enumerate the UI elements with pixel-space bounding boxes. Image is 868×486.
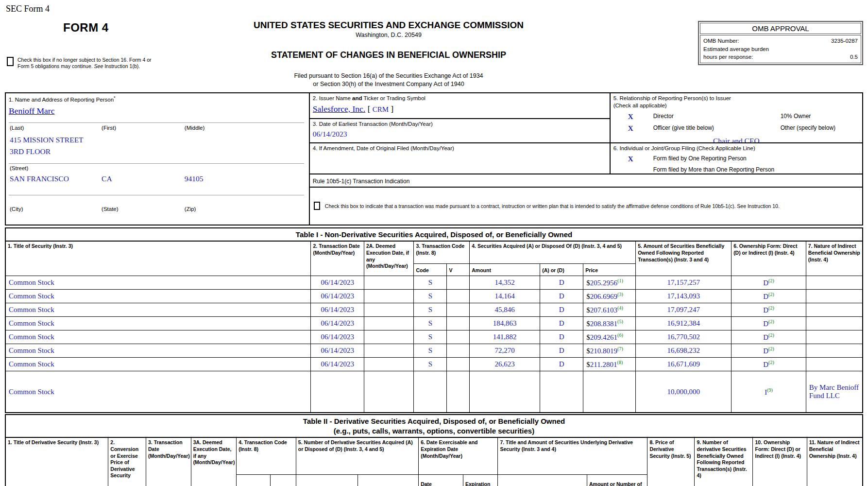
earliest-transaction-date: 06/14/2023 (313, 130, 607, 139)
rule-10b5-checkbox[interactable] (314, 202, 320, 210)
acquired-disposed-cell: D (540, 289, 583, 303)
section16-checkbox-row: Check this box if no longer subject to S… (7, 57, 209, 69)
one-person-checkmark: X (628, 155, 653, 163)
deemed-execution-date-cell (364, 344, 414, 357)
t2-col-number-derivative: 5. Number of Derivative Securities Acqui… (296, 437, 418, 474)
city-value: SAN FRANCISCO (10, 174, 102, 183)
statement-title: STATEMENT OF CHANGES IN BENEFICIAL OWNER… (209, 50, 568, 60)
amendment-cell: 4. If Amendment, Date of Original Filed … (310, 143, 611, 174)
officer-checkmark: X (628, 124, 653, 133)
t2-subcol-amount-shares: Amount or Number of Shares (587, 474, 647, 486)
price-cell: $208.8381(5) (583, 316, 636, 330)
rule-10b5-title: Rule 10b5-1(c) Transaction Indication (313, 178, 859, 185)
table1-row: Common Stock10,000,000I(9)By Marc Beniof… (5, 371, 863, 413)
v-cell (447, 357, 470, 371)
reporting-person-link[interactable]: Benioff Marc (9, 106, 54, 116)
divider (9, 163, 304, 164)
t2-col-deemed-execution-date: 3A. Deemed Execution Date, if any (Month… (191, 437, 237, 486)
t2-col-ownership-form: 10. Ownership Form: Direct (D) or Indire… (753, 437, 807, 486)
t2-col-conversion-price: 2. Conversion or Exercise Price of Deriv… (108, 437, 146, 486)
deemed-execution-date-cell (364, 357, 414, 371)
t2-subcol-v: V (270, 474, 296, 486)
reporting-person-cell: 1. Name and Address of Reporting Person*… (6, 93, 310, 225)
t1-col-title-of-security: 1. Title of Security (Instr. 3) (5, 241, 311, 276)
reporting-person-label: 1. Name and Address of Reporting Person* (9, 95, 306, 104)
ticker-symbol: CRM (373, 105, 389, 113)
t2-col-title-derivative: 1. Title of Derivative Security (Instr. … (5, 437, 108, 486)
t2-col-transaction-date: 3. Transaction Date (Month/Day/Year) (146, 437, 191, 486)
v-cell (447, 330, 470, 344)
amount-cell: 72,270 (470, 344, 540, 357)
form4-page: SEC Form 4 FORM 4 Check this box if no l… (0, 0, 868, 486)
security-title-cell: Common Stock (5, 316, 311, 330)
t2-subcol-a: (A) (296, 474, 357, 486)
transaction-code-cell (414, 371, 447, 413)
section16-checkbox[interactable] (7, 57, 14, 66)
omb-number-value: 3235-0287 (831, 37, 858, 45)
street-address-1: 415 MISSION STREET (9, 136, 306, 144)
transaction-date-cell: 06/14/2023 (311, 344, 364, 357)
relationship-row-1: X Director 10% Owner (613, 113, 859, 121)
table1-row: Common Stock06/14/2023S141,882D$209.4261… (5, 330, 863, 344)
t1-col-securities-acquired: 4. Securities Acquired (A) or Disposed O… (470, 241, 636, 263)
header-center: UNITED STATES SECURITIES AND EXCHANGE CO… (209, 14, 568, 88)
price-cell: $207.6103(4) (583, 303, 636, 316)
filed-pursuant-text: Filed pursuant to Section 16(a) of the S… (209, 72, 568, 88)
security-title-cell: Common Stock (5, 344, 311, 357)
v-cell (447, 316, 470, 330)
transaction-code-cell: S (414, 303, 447, 316)
issuer-link[interactable]: Salesforce, Inc. (313, 104, 365, 114)
table1-row: Common Stock06/14/2023S26,623D$211.2801(… (5, 357, 863, 371)
shares-owned-cell: 16,912,384 (636, 316, 732, 330)
zip-value: 94105 (185, 174, 306, 183)
issuer-cell: 2. Issuer Name and Ticker or Trading Sym… (310, 93, 611, 119)
relationship-row-2: X Officer (give title below) Other (spec… (613, 124, 859, 133)
amendment-label: 4. If Amendment, Date of Original Filed … (313, 145, 607, 152)
t2-subcol-title: Title (498, 474, 587, 486)
amount-cell: 45,846 (470, 303, 540, 316)
agency-title: UNITED STATES SECURITIES AND EXCHANGE CO… (209, 20, 568, 31)
shares-owned-cell: 17,157,257 (636, 276, 732, 289)
table2-derivative: 1. Title of Derivative Security (Instr. … (5, 437, 863, 486)
t2-col-date-exercisable-expiration: 6. Date Exercisable and Expiration Date … (419, 437, 498, 474)
indirect-nature-cell (806, 330, 863, 344)
deemed-execution-date-cell (364, 303, 414, 316)
table1-row: Common Stock06/14/2023S184,863D$208.8381… (5, 316, 863, 330)
transaction-code-cell: S (414, 330, 447, 344)
indirect-nature-cell (806, 303, 863, 316)
acquired-disposed-cell: D (540, 303, 583, 316)
security-title-cell: Common Stock (5, 303, 311, 316)
t2-col-price-derivative: 8. Price of Derivative Security (Instr. … (647, 437, 695, 486)
sec-form-label: SEC Form 4 (6, 4, 863, 14)
relationship-label: 5. Relationship of Reporting Person(s) t… (613, 95, 859, 109)
omb-burden-label: Estimated average burden (703, 45, 769, 53)
ownership-form-cell: D(2) (732, 344, 806, 357)
acquired-disposed-cell: D (540, 357, 583, 371)
acquired-disposed-cell (540, 371, 583, 413)
transaction-date-cell: 06/14/2023 (311, 276, 364, 289)
t2-subcol-expiration-date: Expiration Date (463, 474, 497, 486)
deemed-execution-date-cell (364, 316, 414, 330)
indirect-nature-cell (806, 316, 863, 330)
section16-checkbox-label: Check this box if no longer subject to S… (17, 57, 158, 69)
ownership-form-cell: D(2) (732, 316, 806, 330)
v-cell (447, 276, 470, 289)
t1-subcol-code: Code (414, 263, 447, 276)
t1-subcol-v: V (447, 263, 470, 276)
indirect-nature-cell: By Marc Benioff Fund LLC (806, 371, 863, 413)
price-cell (583, 371, 636, 413)
transaction-date-cell: 06/14/2023 (311, 289, 364, 303)
acquired-disposed-cell: D (540, 316, 583, 330)
transaction-code-cell: S (414, 276, 447, 289)
form-title: FORM 4 (63, 21, 209, 35)
amount-cell: 141,882 (470, 330, 540, 344)
ownership-form-cell: D(2) (732, 330, 806, 344)
table1-row: Common Stock06/14/2023S14,352D$205.2956(… (5, 276, 863, 289)
filing-type-cell: 6. Individual or Joint/Group Filing (Che… (611, 143, 862, 174)
t1-col-ownership-form: 6. Ownership Form: Direct (D) or Indirec… (732, 241, 806, 276)
table1-non-derivative: 1. Title of Security (Instr. 3) 2. Trans… (5, 241, 863, 413)
indirect-nature-cell (806, 357, 863, 371)
city-field-labels: (City) (State) (Zip) (9, 206, 306, 212)
omb-details: OMB Number:3235-0287 Estimated average b… (700, 35, 861, 63)
t1-col-transaction-code: 3. Transaction Code (Instr. 8) (414, 241, 470, 263)
